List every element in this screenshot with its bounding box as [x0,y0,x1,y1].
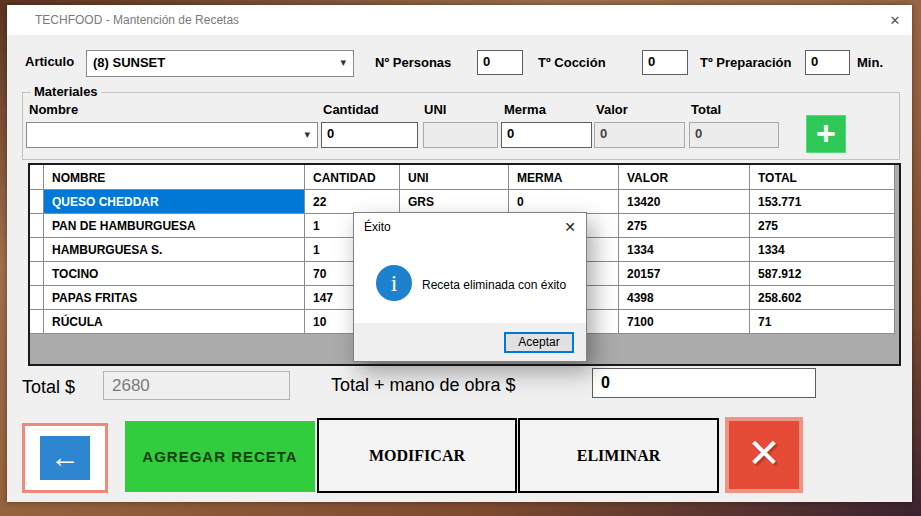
total-mano-obra-label: Total + mano de obra $ [331,375,516,396]
cell-total[interactable]: 587.912 [750,262,895,286]
back-arrow-icon: ← [40,436,90,480]
agregar-receta-button[interactable]: AGREGAR RECETA [125,421,315,492]
row-header [30,310,44,334]
exit-button[interactable]: ✕ [725,417,803,493]
uni-field [423,122,498,148]
cell-valor[interactable]: 275 [619,214,750,238]
total-field: 0 [689,122,779,148]
modificar-button[interactable]: MODIFICAR [317,418,517,493]
dialog-message: Receta eliminada con éxito [422,278,566,292]
info-icon: i [376,265,412,301]
dialog-close-icon[interactable]: ✕ [564,219,576,235]
col-header-cantidad: CANTIDAD [305,165,400,190]
min-label: Min. [857,55,883,70]
dialog-title: Éxito [364,220,391,234]
cell-merma[interactable]: 0 [509,190,619,214]
total-pesos-label: Total $ [22,377,75,398]
cell-total[interactable]: 71 [750,310,895,334]
cell-valor[interactable]: 1334 [619,238,750,262]
cell-cantidad[interactable]: 22 [305,190,400,214]
cantidad-input[interactable]: 0 [321,122,418,148]
row-header [30,262,44,286]
uni-label: UNI [424,102,446,117]
materiales-groupbox: Materiales Nombre ▾ Cantidad 0 UNI Merma… [22,92,900,160]
row-header [30,286,44,310]
merma-input[interactable]: 0 [501,122,592,148]
cell-valor[interactable]: 20157 [619,262,750,286]
aceptar-button[interactable]: Aceptar [504,332,574,353]
row-header [30,238,44,262]
row-header-corner [30,165,44,190]
table-header-row: NOMBRE CANTIDAD UNI MERMA VALOR TOTAL [30,165,899,190]
coccion-input[interactable]: 0 [642,50,688,75]
col-header-merma: MERMA [509,165,619,190]
merma-label: Merma [504,102,546,117]
exito-dialog: Éxito ✕ i Receta eliminada con éxito Ace… [353,212,587,362]
preparacion-label: Tº Preparación [700,55,791,70]
title-bar: TECHFOOD - Mantención de Recetas ✕ [7,5,912,35]
articulo-combobox[interactable]: (8) SUNSET ▾ [86,50,354,77]
x-icon: ✕ [747,431,781,475]
total-pesos-field: 2680 [103,371,290,400]
cell-nombre[interactable]: TOCINO [44,262,305,286]
window-title: TECHFOOD - Mantención de Recetas [35,13,239,27]
col-header-uni: UNI [400,165,509,190]
col-header-total: TOTAL [750,165,895,190]
table-row[interactable]: QUESO CHEDDAR 22 GRS 0 13420 153.771 [30,190,899,214]
eliminar-button[interactable]: ELIMINAR [518,418,719,493]
col-header-nombre: NOMBRE [44,165,305,190]
cell-total[interactable]: 275 [750,214,895,238]
col-header-valor: VALOR [619,165,750,190]
dialog-footer: Aceptar [354,323,586,361]
add-material-button[interactable]: + [806,115,846,153]
personas-input[interactable]: 0 [477,50,523,75]
cell-nombre[interactable]: PAPAS FRITAS [44,286,305,310]
cantidad-label: Cantidad [323,102,379,117]
plus-icon: + [816,114,836,152]
nombre-label: Nombre [29,102,78,117]
window-close-icon[interactable]: ✕ [886,12,904,30]
total-mano-obra-input[interactable]: 0 [592,368,816,398]
coccion-label: Tº Cocción [538,55,606,70]
preparacion-input[interactable]: 0 [805,50,850,75]
cell-total[interactable]: 1334 [750,238,895,262]
cell-valor[interactable]: 7100 [619,310,750,334]
cell-valor[interactable]: 13420 [619,190,750,214]
chevron-down-icon: ▾ [304,128,310,141]
total-label: Total [691,102,721,117]
row-header [30,190,44,214]
cell-valor[interactable]: 4398 [619,286,750,310]
cell-uni[interactable]: GRS [400,190,509,214]
materiales-group-label: Materiales [31,84,101,99]
valor-field: 0 [594,122,685,148]
cell-nombre[interactable]: PAN DE HAMBURGUESA [44,214,305,238]
back-button[interactable]: ← [22,423,108,493]
app-window: TECHFOOD - Mantención de Recetas ✕ Artic… [7,5,912,502]
personas-label: Nº Personas [375,55,451,70]
cell-nombre[interactable]: RÚCULA [44,310,305,334]
cell-nombre[interactable]: HAMBURGUESA S. [44,238,305,262]
nombre-combobox[interactable]: ▾ [26,122,318,148]
row-header [30,214,44,238]
articulo-label: Articulo [25,54,74,69]
chevron-down-icon: ▾ [340,56,346,69]
cell-total[interactable]: 153.771 [750,190,895,214]
valor-label: Valor [596,102,628,117]
cell-total[interactable]: 258.602 [750,286,895,310]
cell-nombre[interactable]: QUESO CHEDDAR [44,190,305,214]
articulo-value: (8) SUNSET [93,55,165,70]
